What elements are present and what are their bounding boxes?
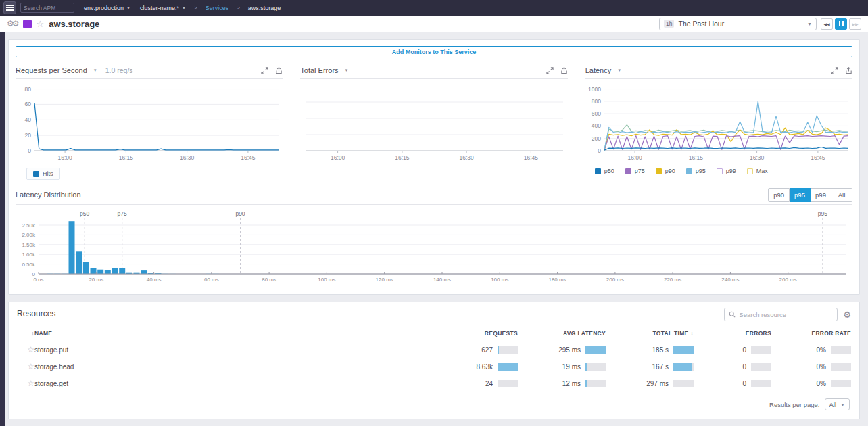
sort-direction-icon: ↓ bbox=[690, 330, 694, 337]
svg-text:60 ms: 60 ms bbox=[204, 277, 219, 283]
column-header-name[interactable]: NAME bbox=[34, 327, 430, 341]
column-header-error-rate[interactable]: ERROR RATE bbox=[771, 327, 851, 341]
legend-swatch bbox=[656, 168, 662, 174]
percentile-button-p95[interactable]: p95 bbox=[790, 188, 811, 202]
errors-chart[interactable]: 16:0016:1516:3016:45 bbox=[300, 81, 567, 164]
svg-text:16:15: 16:15 bbox=[688, 154, 703, 161]
percentile-button-p90[interactable]: p90 bbox=[768, 188, 790, 202]
svg-text:40 ms: 40 ms bbox=[147, 277, 162, 283]
chart-title[interactable]: Latency bbox=[585, 66, 612, 74]
svg-text:0 ns: 0 ns bbox=[33, 277, 43, 283]
pause-button[interactable] bbox=[835, 18, 847, 30]
time-range-picker[interactable]: 1h The Past Hour ▼ bbox=[659, 18, 817, 30]
chevron-down-icon[interactable]: ▼ bbox=[617, 68, 621, 72]
export-icon[interactable] bbox=[845, 67, 852, 74]
metric-bar bbox=[498, 346, 518, 354]
metric-bar bbox=[751, 346, 771, 354]
latency-distribution-chart[interactable]: 2.50k2.00k1.50k1.00k0.50k0p50p75p90p950 … bbox=[16, 209, 852, 287]
column-header-requests[interactable]: REQUESTS bbox=[430, 327, 518, 341]
latency-chart-legend: p50p75p90p95p99Max bbox=[595, 168, 852, 174]
requests-value: 8.63k bbox=[477, 363, 493, 371]
legend-swatch bbox=[595, 168, 601, 174]
errors-value: 0 bbox=[742, 380, 746, 387]
svg-text:16:00: 16:00 bbox=[331, 154, 345, 161]
table-row-storage.get[interactable]: ☆storage.get2412 ms297 ms00% bbox=[17, 375, 851, 392]
legend-item-p90[interactable]: p90 bbox=[656, 168, 675, 174]
column-header-errors[interactable]: ERRORS bbox=[694, 327, 771, 341]
svg-text:120 ms: 120 ms bbox=[376, 277, 393, 283]
column-header-total-time[interactable]: TOTAL TIME ↓ bbox=[606, 327, 694, 341]
env-filter-dropdown[interactable]: env:production ▼ bbox=[84, 5, 130, 11]
legend-swatch bbox=[33, 171, 39, 177]
rewind-button[interactable]: ◀◀ bbox=[821, 18, 833, 30]
errors-value: 0 bbox=[742, 346, 746, 354]
apm-search-input[interactable] bbox=[20, 3, 74, 13]
add-monitors-button[interactable]: Add Monitors to This Service bbox=[16, 46, 852, 57]
chevron-down-icon[interactable]: ▼ bbox=[93, 68, 97, 72]
svg-text:p90: p90 bbox=[235, 210, 245, 217]
legend-item-p99[interactable]: p99 bbox=[717, 168, 736, 174]
legend-item-hits[interactable]: Hits bbox=[26, 168, 60, 180]
resource-name[interactable]: storage.get bbox=[34, 375, 430, 392]
expand-icon[interactable] bbox=[261, 67, 268, 74]
service-settings-icon[interactable]: ⚙⚙ bbox=[7, 20, 18, 28]
requests-value: 24 bbox=[485, 380, 493, 387]
favorite-star-icon[interactable]: ☆ bbox=[27, 379, 34, 388]
resource-search-input[interactable] bbox=[739, 311, 833, 318]
chevron-down-icon[interactable]: ▼ bbox=[345, 68, 349, 72]
svg-text:16:00: 16:00 bbox=[57, 154, 72, 161]
metric-bar bbox=[498, 380, 518, 387]
percentile-button-p99[interactable]: p99 bbox=[811, 188, 831, 202]
svg-text:16:15: 16:15 bbox=[119, 154, 134, 161]
svg-text:16:00: 16:00 bbox=[627, 154, 642, 161]
export-icon[interactable] bbox=[275, 67, 283, 74]
requests-chart-legend: Hits bbox=[26, 168, 283, 180]
svg-text:20: 20 bbox=[25, 132, 32, 139]
metric-bar bbox=[751, 363, 771, 371]
svg-text:160 ms: 160 ms bbox=[491, 277, 508, 283]
requests-chart[interactable]: 80604020016:0016:1516:3016:45 bbox=[16, 81, 283, 164]
column-header-avg-latency[interactable]: AVG LATENCY bbox=[518, 327, 606, 341]
latency-chart[interactable]: 1000800600400200016:0016:1516:3016:45 bbox=[585, 81, 852, 164]
legend-item-p50[interactable]: p50 bbox=[595, 168, 614, 174]
favorite-star-icon[interactable]: ☆ bbox=[27, 345, 34, 354]
favorite-star-icon[interactable]: ☆ bbox=[37, 19, 45, 29]
avg-latency-value: 12 ms bbox=[562, 380, 581, 387]
table-row-storage.head[interactable]: ☆storage.head8.63k19 ms167 s00% bbox=[17, 358, 851, 375]
fast-forward-button[interactable]: ▶▶ bbox=[849, 18, 861, 30]
resource-search-box[interactable] bbox=[724, 308, 838, 321]
legend-item-p75[interactable]: p75 bbox=[625, 168, 645, 174]
breadcrumb-separator: > bbox=[237, 5, 240, 11]
legend-swatch bbox=[747, 168, 753, 174]
table-settings-gear-icon[interactable]: ⚙ bbox=[843, 310, 851, 320]
svg-text:16:30: 16:30 bbox=[180, 154, 195, 161]
favorite-star-icon[interactable]: ☆ bbox=[27, 362, 34, 371]
percentile-button-all[interactable]: All bbox=[831, 188, 852, 202]
resource-name[interactable]: storage.put bbox=[34, 341, 430, 358]
metric-bar bbox=[831, 363, 851, 371]
legend-item-p95[interactable]: p95 bbox=[686, 168, 706, 174]
breadcrumb-services-link[interactable]: Services bbox=[206, 5, 229, 11]
resources-panel: Resources ⚙ ↓NAMEREQUESTSAVG LATENCYTOTA… bbox=[8, 302, 860, 419]
chart-title[interactable]: Requests per Second bbox=[16, 66, 87, 74]
svg-text:180 ms: 180 ms bbox=[548, 277, 566, 283]
avg-latency-value: 19 ms bbox=[562, 363, 581, 371]
export-icon[interactable] bbox=[560, 67, 568, 74]
metric-bar bbox=[751, 380, 771, 387]
page-title: aws.storage bbox=[49, 19, 99, 29]
results-per-page-select[interactable]: All ▼ bbox=[825, 398, 850, 410]
env-filter-label: env:production bbox=[84, 5, 124, 11]
errors-chart-section: Total Errors ▼ 16:0016:1516:3016:45 bbox=[300, 66, 567, 180]
hamburger-menu-icon[interactable] bbox=[3, 1, 16, 14]
expand-icon[interactable] bbox=[546, 67, 554, 74]
chart-title[interactable]: Total Errors bbox=[300, 66, 338, 74]
svg-text:140 ms: 140 ms bbox=[433, 277, 451, 283]
expand-icon[interactable] bbox=[831, 67, 838, 74]
resource-name[interactable]: storage.head bbox=[34, 358, 430, 375]
table-row-storage.put[interactable]: ☆storage.put627295 ms185 s00% bbox=[17, 341, 851, 358]
latency-distribution-title: Latency Distribution bbox=[16, 191, 81, 199]
cluster-filter-dropdown[interactable]: cluster-name:* ▼ bbox=[140, 5, 186, 11]
service-title-bar: ⚙⚙ ☆ aws.storage 1h The Past Hour ▼ ◀◀ ▶… bbox=[0, 16, 868, 32]
legend-item-max[interactable]: Max bbox=[747, 168, 768, 174]
svg-text:260 ms: 260 ms bbox=[779, 277, 797, 283]
